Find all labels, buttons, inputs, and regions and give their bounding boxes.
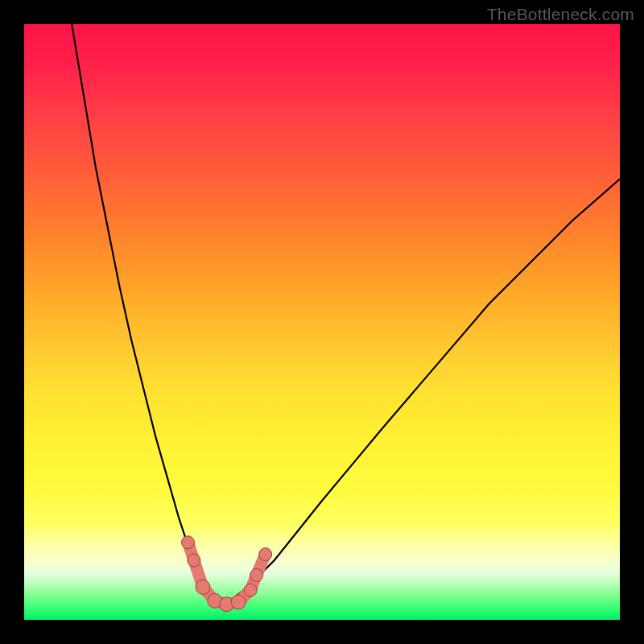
data-marker [196,580,210,594]
left-curve [72,24,221,605]
right-curve [221,179,620,605]
plot-area [24,24,620,620]
data-marker [231,595,246,609]
outer-frame: TheBottleneck.com [0,0,644,644]
curve-layer [24,24,620,620]
data-marker [244,584,257,597]
data-marker [250,569,263,582]
data-marker [188,554,200,567]
data-marker [259,548,272,561]
data-marker [182,536,195,549]
watermark-text: TheBottleneck.com [487,5,634,24]
